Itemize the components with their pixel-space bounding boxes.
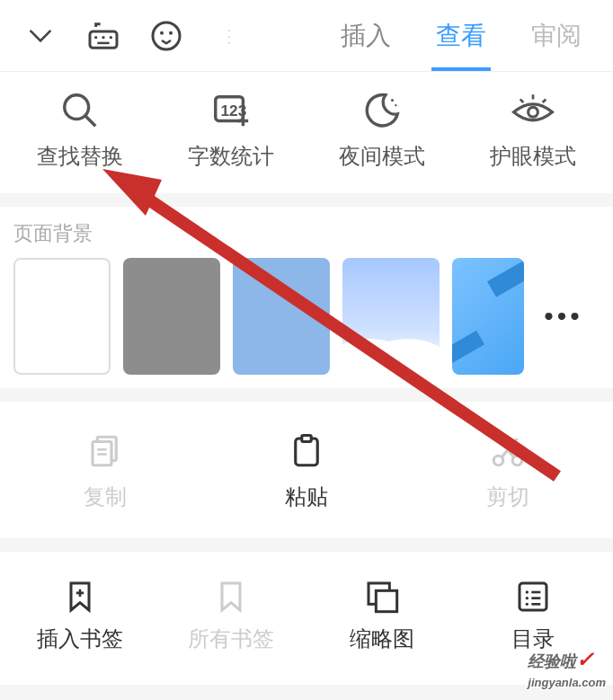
assistant-icon[interactable] [135, 18, 198, 54]
thumbnails-button[interactable]: 缩略图 [310, 574, 454, 653]
svg-point-6 [160, 31, 164, 34]
collapse-button[interactable] [9, 22, 72, 50]
watermark-url: jingyanla.com [528, 676, 606, 689]
svg-point-5 [153, 22, 180, 49]
svg-point-1 [94, 36, 97, 39]
action-label: 复制 [84, 483, 127, 511]
svg-rect-4 [97, 41, 109, 44]
svg-point-3 [110, 36, 112, 39]
bg-swatch-gray[interactable] [123, 258, 220, 375]
bottom-label: 所有书签 [188, 625, 274, 653]
svg-point-13 [529, 107, 538, 117]
svg-point-12 [395, 104, 396, 106]
copy-button: 复制 [15, 429, 195, 511]
bookmark-icon [213, 574, 249, 619]
tab-view[interactable]: 查看 [436, 0, 486, 71]
bg-swatch-clouds[interactable] [342, 258, 440, 375]
action-label: 剪切 [486, 483, 529, 511]
svg-point-25 [526, 603, 529, 606]
scissors-icon [489, 429, 527, 474]
tool-label: 字数统计 [188, 142, 274, 171]
thumbnails-icon [364, 574, 400, 619]
tab-label: 审阅 [531, 19, 582, 53]
svg-point-7 [169, 31, 173, 34]
bottom-label: 缩略图 [350, 625, 414, 653]
svg-point-2 [102, 36, 104, 39]
bookmark-add-icon [62, 574, 98, 619]
bottom-label: 插入书签 [37, 625, 123, 653]
watermark-text: 经验啦 [528, 652, 576, 670]
copy-icon [86, 429, 124, 474]
svg-rect-22 [520, 583, 546, 610]
all-bookmarks-button: 所有书签 [159, 574, 303, 653]
watermark: 经验啦✓ jingyanla.com [528, 647, 606, 691]
svg-rect-17 [302, 436, 312, 442]
eye-mode-button[interactable]: 护眼模式 [461, 85, 605, 171]
tool-label: 夜间模式 [339, 142, 425, 171]
divider-icon: ⋮ [198, 25, 261, 47]
list-icon [515, 574, 551, 619]
moon-icon [361, 85, 403, 135]
word-count-icon: 123 [210, 85, 252, 135]
svg-rect-21 [376, 590, 396, 611]
svg-point-8 [65, 94, 89, 119]
search-icon [59, 85, 101, 135]
svg-point-24 [526, 597, 529, 599]
eye-icon [511, 85, 555, 135]
page-background-section: 页面背景 ••• [0, 207, 613, 388]
tab-label: 插入 [341, 19, 391, 53]
svg-point-11 [391, 98, 394, 101]
keyboard-icon[interactable] [72, 18, 135, 54]
checkmark-icon: ✓ [576, 647, 594, 671]
svg-point-23 [526, 590, 529, 593]
more-backgrounds-button[interactable]: ••• [537, 301, 591, 332]
action-label: 粘贴 [285, 483, 328, 511]
tab-insert[interactable]: 插入 [341, 0, 391, 71]
tool-label: 护眼模式 [490, 142, 576, 171]
clipboard-icon [288, 429, 325, 474]
tool-label: 查找替换 [37, 142, 123, 171]
find-replace-button[interactable]: 查找替换 [8, 85, 152, 171]
word-count-button[interactable]: 123 字数统计 [159, 85, 303, 171]
svg-rect-0 [90, 31, 117, 48]
insert-bookmark-button[interactable]: 插入书签 [8, 574, 152, 653]
bg-swatch-white[interactable] [13, 258, 111, 375]
section-title: 页面背景 [13, 220, 600, 247]
bg-swatch-blue[interactable] [233, 258, 330, 375]
bg-swatch-pattern[interactable] [452, 258, 524, 375]
night-mode-button[interactable]: 夜间模式 [310, 85, 454, 171]
tab-review[interactable]: 审阅 [531, 0, 582, 71]
cut-button: 剪切 [418, 429, 598, 511]
outline-button[interactable]: 目录 [461, 574, 605, 653]
tab-label: 查看 [436, 19, 486, 53]
paste-button[interactable]: 粘贴 [217, 429, 396, 511]
